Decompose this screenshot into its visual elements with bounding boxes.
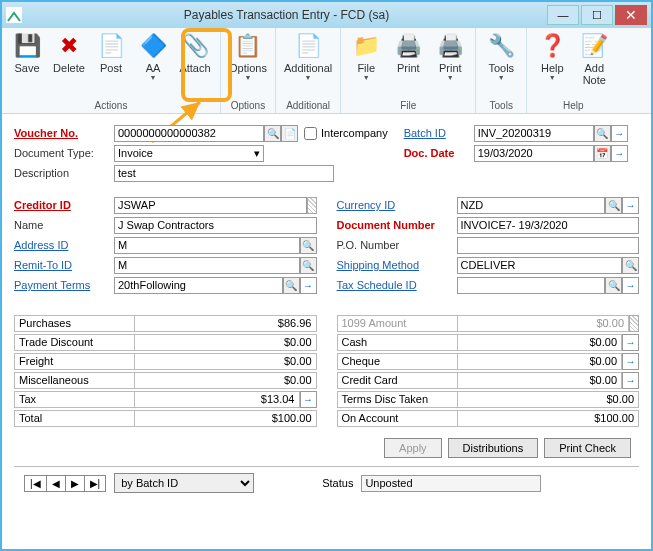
delete-button[interactable]: ✖Delete (48, 30, 90, 99)
print-icon: 🖨️ (436, 32, 464, 60)
cheque-amount[interactable]: $0.00 (457, 353, 623, 370)
batch-field[interactable]: INV_20200319 (474, 125, 594, 142)
status-field: Unposted (361, 475, 541, 492)
voucher-label[interactable]: Voucher No. (14, 127, 114, 139)
payterms-lookup-icon[interactable]: 🔍 (283, 277, 300, 294)
close-button[interactable]: ✕ (615, 5, 647, 25)
remit-label[interactable]: Remit-To ID (14, 259, 114, 271)
record-nav[interactable]: |◀ ◀ ▶ ▶| (24, 475, 106, 492)
payterms-field[interactable]: 20thFollowing (114, 277, 283, 294)
address-lookup-icon[interactable]: 🔍 (300, 237, 317, 254)
batch-lookup-icon[interactable]: 🔍 (594, 125, 611, 142)
cash-expand-icon[interactable]: → (622, 334, 639, 351)
creditor-handle[interactable] (307, 197, 317, 214)
ship-lookup-icon[interactable]: 🔍 (622, 257, 639, 274)
additional-icon: 📄 (294, 32, 322, 60)
ship-label[interactable]: Shipping Method (337, 259, 457, 271)
print2-button[interactable]: 🖨️Print▼ (429, 30, 471, 99)
voucher-field[interactable]: 0000000000000382 (114, 125, 264, 142)
a1099-handle[interactable] (629, 315, 639, 332)
post-button[interactable]: 📄Post (90, 30, 132, 99)
batch-label[interactable]: Batch ID (404, 127, 474, 139)
tools-button[interactable]: 🔧Tools▼ (480, 30, 522, 99)
ship-field[interactable]: CDELIVER (457, 257, 623, 274)
sort-combo[interactable]: by Batch ID (114, 473, 254, 493)
nav-first-icon[interactable]: |◀ (25, 476, 47, 491)
file-icon: 📁 (352, 32, 380, 60)
nav-last-icon[interactable]: ▶| (85, 476, 106, 491)
add-note-button[interactable]: 📝Add Note (573, 30, 615, 99)
app-icon (6, 7, 22, 23)
freight-amount[interactable]: $0.00 (134, 353, 317, 370)
remit-field[interactable]: M (114, 257, 300, 274)
taxsched-lookup-icon[interactable]: 🔍 (605, 277, 622, 294)
currency-field[interactable]: NZD (457, 197, 606, 214)
window-title: Payables Transaction Entry - FCD (sa) (28, 8, 545, 22)
print-check-button[interactable]: Print Check (544, 438, 631, 458)
note-icon: 📝 (580, 32, 608, 60)
taxsched-expand-icon[interactable]: → (622, 277, 639, 294)
name-field[interactable]: J Swap Contractors (114, 217, 317, 234)
currency-label[interactable]: Currency ID (337, 199, 457, 211)
docdate-field[interactable]: 19/03/2020 (474, 145, 594, 162)
batch-expand-icon[interactable]: → (611, 125, 628, 142)
description-field[interactable]: test (114, 165, 334, 182)
misc-amount[interactable]: $0.00 (134, 372, 317, 389)
apply-button: Apply (384, 438, 442, 458)
total-amount: $100.00 (134, 410, 317, 427)
terms-amount[interactable]: $0.00 (457, 391, 640, 408)
file-button[interactable]: 📁File▼ (345, 30, 387, 99)
address-field[interactable]: M (114, 237, 300, 254)
title-bar: Payables Transaction Entry - FCD (sa) — … (2, 2, 651, 28)
credit-expand-icon[interactable]: → (622, 372, 639, 389)
tax-expand-icon[interactable]: → (300, 391, 317, 408)
voucher-note-icon[interactable]: 📄 (281, 125, 298, 142)
tradedisc-amount[interactable]: $0.00 (134, 334, 317, 351)
docnum-field[interactable]: INVOICE7- 19/3/2020 (457, 217, 640, 234)
cash-amount[interactable]: $0.00 (457, 334, 623, 351)
ponum-field[interactable] (457, 237, 640, 254)
intercompany-checkbox[interactable] (304, 127, 317, 140)
voucher-lookup-icon[interactable]: 🔍 (264, 125, 281, 142)
docdate-cal-icon[interactable]: 📅 (594, 145, 611, 162)
additional-button[interactable]: 📄Additional▼ (280, 30, 336, 99)
creditor-label[interactable]: Creditor ID (14, 199, 114, 211)
remit-lookup-icon[interactable]: 🔍 (300, 257, 317, 274)
attach-button[interactable]: 📎Attach (174, 30, 216, 99)
payterms-label[interactable]: Payment Terms (14, 279, 114, 291)
credit-amount[interactable]: $0.00 (457, 372, 623, 389)
actions-group-label: Actions (95, 99, 128, 113)
aa-button[interactable]: 🔷AA▼ (132, 30, 174, 99)
address-label[interactable]: Address ID (14, 239, 114, 251)
help-icon: ❓ (538, 32, 566, 60)
nav-next-icon[interactable]: ▶ (66, 476, 85, 491)
maximize-button[interactable]: ☐ (581, 5, 613, 25)
currency-expand-icon[interactable]: → (622, 197, 639, 214)
taxsched-field[interactable] (457, 277, 606, 294)
a1099-amount: $0.00 (457, 315, 630, 332)
purchases-amount[interactable]: $86.96 (134, 315, 317, 332)
aa-icon: 🔷 (139, 32, 167, 60)
help-button[interactable]: ❓Help▼ (531, 30, 573, 99)
save-button[interactable]: 💾Save (6, 30, 48, 99)
nav-prev-icon[interactable]: ◀ (47, 476, 66, 491)
post-icon: 📄 (97, 32, 125, 60)
onacct-amount: $100.00 (457, 410, 640, 427)
taxsched-label[interactable]: Tax Schedule ID (337, 279, 457, 291)
form-body: Voucher No. 0000000000000382 🔍 📄 Interco… (2, 114, 651, 505)
attach-icon: 📎 (181, 32, 209, 60)
print-button[interactable]: 🖨️Print (387, 30, 429, 99)
currency-lookup-icon[interactable]: 🔍 (605, 197, 622, 214)
options-button[interactable]: 📋Options▼ (225, 30, 271, 99)
distributions-button[interactable]: Distributions (448, 438, 539, 458)
doctype-combo[interactable]: Invoice▾ (114, 145, 264, 162)
tax-amount[interactable]: $13.04 (134, 391, 300, 408)
payterms-expand-icon[interactable]: → (300, 277, 317, 294)
ribbon: 💾Save ✖Delete 📄Post 🔷AA▼ 📎Attach Actions… (2, 28, 651, 114)
creditor-field[interactable]: JSWAP (114, 197, 307, 214)
save-icon: 💾 (13, 32, 41, 60)
minimize-button[interactable]: — (547, 5, 579, 25)
cheque-expand-icon[interactable]: → (622, 353, 639, 370)
print-icon: 🖨️ (394, 32, 422, 60)
docdate-expand-icon[interactable]: → (611, 145, 628, 162)
